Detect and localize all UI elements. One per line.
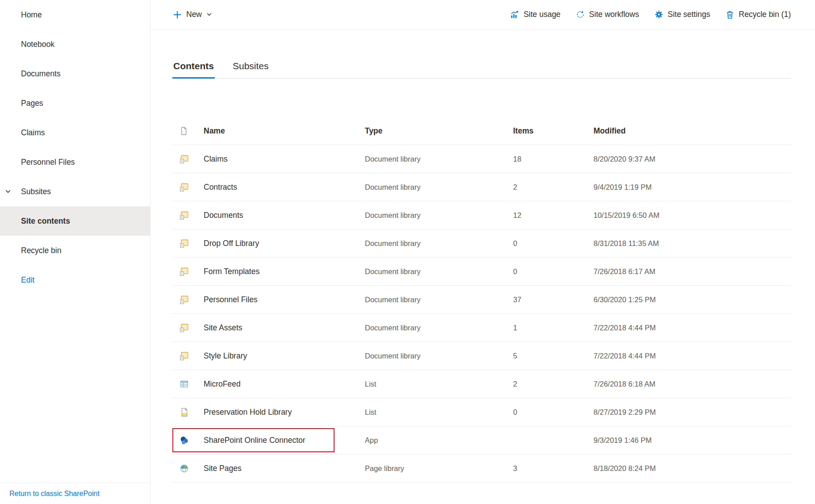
row-type: Document library [365, 296, 513, 304]
table-row[interactable]: SharePoint Online ConnectorApp9/3/2019 1… [172, 426, 791, 454]
column-header-modified[interactable]: Modified [593, 126, 791, 136]
table-row[interactable]: Preservation Hold LibraryList08/27/2019 … [172, 398, 791, 426]
sidebar-item-personnel-files[interactable]: Personnel Files [0, 147, 150, 177]
list-icon [172, 379, 204, 389]
document-library-icon [172, 351, 204, 361]
row-items: 0 [513, 239, 593, 248]
row-modified: 7/26/2018 6:18 AM [593, 380, 791, 388]
row-modified: 9/4/2019 1:19 PM [593, 183, 791, 192]
row-items: 0 [513, 267, 593, 276]
sidebar-item-notebook[interactable]: Notebook [0, 29, 150, 59]
sync-icon [576, 10, 585, 19]
row-items: 2 [513, 183, 593, 192]
table-row[interactable]: Site AssetsDocument library17/22/2018 4:… [172, 314, 791, 342]
row-type: Document library [365, 155, 513, 163]
row-modified: 8/18/2020 8:24 PM [593, 464, 791, 473]
table-row[interactable]: Style LibraryDocument library57/22/2018 … [172, 342, 791, 370]
tab-contents[interactable]: Contents [172, 61, 215, 79]
plus-icon [172, 10, 182, 20]
tab-subsites[interactable]: Subsites [232, 61, 270, 78]
sidebar-item-subsites[interactable]: Subsites [0, 177, 150, 206]
site-contents-page: HomeNotebookDocumentsPagesClaimsPersonne… [0, 0, 815, 504]
new-button[interactable]: New [172, 10, 213, 20]
row-modified: 10/15/2019 6:50 AM [593, 211, 791, 220]
row-name[interactable]: MicroFeed [204, 379, 365, 389]
recycle-bin-button[interactable]: Recycle bin (1) [725, 10, 791, 19]
new-button-label: New [186, 10, 202, 19]
row-name[interactable]: Style Library [204, 351, 365, 361]
sidebar-item-recycle-bin[interactable]: Recycle bin [0, 236, 150, 265]
sidebar-item-label: Personnel Files [21, 158, 75, 167]
sidebar-item-label: Pages [21, 99, 43, 108]
row-name[interactable]: Claims [204, 154, 365, 164]
row-name[interactable]: Site Pages [204, 464, 365, 473]
row-type: List [365, 408, 513, 417]
sidebar-item-label: Site contents [21, 217, 70, 226]
sidebar-item-pages[interactable]: Pages [0, 88, 150, 118]
table-row[interactable]: ContractsDocument library29/4/2019 1:19 … [172, 173, 791, 201]
sidebar-item-label: Home [21, 10, 42, 20]
site-usage-button[interactable]: Site usage [510, 10, 560, 19]
row-modified: 8/31/2018 11:35 AM [593, 239, 791, 248]
sidebar-nav: HomeNotebookDocumentsPagesClaimsPersonne… [0, 0, 150, 295]
return-to-classic-link[interactable]: Return to classic SharePoint [9, 490, 100, 498]
trash-icon [725, 10, 735, 19]
site-workflows-label: Site workflows [589, 10, 639, 19]
table-row[interactable]: Site PagesPage library38/18/2020 8:24 PM [172, 454, 791, 483]
chevron-down-icon[interactable] [4, 188, 12, 195]
table-row[interactable]: DocumentsDocument library1210/15/2019 6:… [172, 201, 791, 229]
table-row[interactable]: MicroFeedList27/26/2018 6:18 AM [172, 370, 791, 398]
row-name[interactable]: Drop Off Library [204, 239, 365, 248]
row-type: List [365, 380, 513, 388]
page-icon [172, 408, 204, 417]
table-row[interactable]: Drop Off LibraryDocument library08/31/20… [172, 229, 791, 258]
sidebar-item-site-contents[interactable]: Site contents [0, 206, 150, 236]
sidebar-item-label: Claims [21, 128, 45, 137]
row-items: 1 [513, 324, 593, 332]
row-name[interactable]: SharePoint Online Connector [204, 436, 365, 445]
row-type: Document library [365, 239, 513, 248]
document-library-icon [172, 295, 204, 304]
sidebar-item-documents[interactable]: Documents [0, 59, 150, 88]
column-header-name[interactable]: Name [204, 126, 365, 136]
site-usage-label: Site usage [523, 10, 560, 19]
site-workflows-button[interactable]: Site workflows [576, 10, 639, 19]
sharepoint-app-icon [172, 436, 204, 445]
row-type: Page library [365, 464, 513, 473]
command-bar: New Site usage Site workflows [150, 0, 815, 29]
pivot-tabs: Contents Subsites [172, 61, 791, 79]
row-modified: 7/22/2018 4:44 PM [593, 324, 791, 332]
row-items: 2 [513, 380, 593, 388]
sidebar-item-home[interactable]: Home [0, 0, 150, 29]
document-library-icon [172, 183, 204, 192]
tab-subsites-label: Subsites [233, 61, 269, 71]
column-header-type[interactable]: Type [365, 126, 513, 136]
sidebar: HomeNotebookDocumentsPagesClaimsPersonne… [0, 0, 150, 504]
row-items: 5 [513, 352, 593, 360]
table-row[interactable]: ClaimsDocument library188/20/2020 9:37 A… [172, 145, 791, 173]
site-settings-button[interactable]: Site settings [654, 10, 710, 19]
table-row[interactable]: Form TemplatesDocument library07/26/2018… [172, 258, 791, 286]
row-name[interactable]: Personnel Files [204, 295, 365, 304]
row-name[interactable]: Preservation Hold Library [204, 408, 365, 417]
sidebar-item-label: Notebook [21, 40, 54, 49]
gear-icon [654, 10, 664, 19]
row-items: 0 [513, 408, 593, 417]
row-name[interactable]: Documents [204, 211, 365, 220]
sidebar-item-label: Subsites [21, 187, 51, 196]
document-icon [172, 127, 204, 135]
sidebar-item-edit[interactable]: Edit [0, 265, 150, 295]
document-library-icon [172, 267, 204, 276]
sidebar-item-claims[interactable]: Claims [0, 118, 150, 147]
row-name[interactable]: Contracts [204, 183, 365, 192]
site-settings-label: Site settings [668, 10, 710, 19]
row-modified: 7/26/2018 6:17 AM [593, 267, 791, 276]
row-name[interactable]: Form Templates [204, 267, 365, 276]
table-row[interactable]: Personnel FilesDocument library376/30/20… [172, 286, 791, 314]
tab-contents-label: Contents [173, 61, 214, 71]
row-name[interactable]: Site Assets [204, 323, 365, 333]
row-items: 12 [513, 211, 593, 220]
chart-icon [510, 10, 519, 19]
column-header-items[interactable]: Items [513, 126, 593, 136]
document-library-icon [172, 239, 204, 248]
